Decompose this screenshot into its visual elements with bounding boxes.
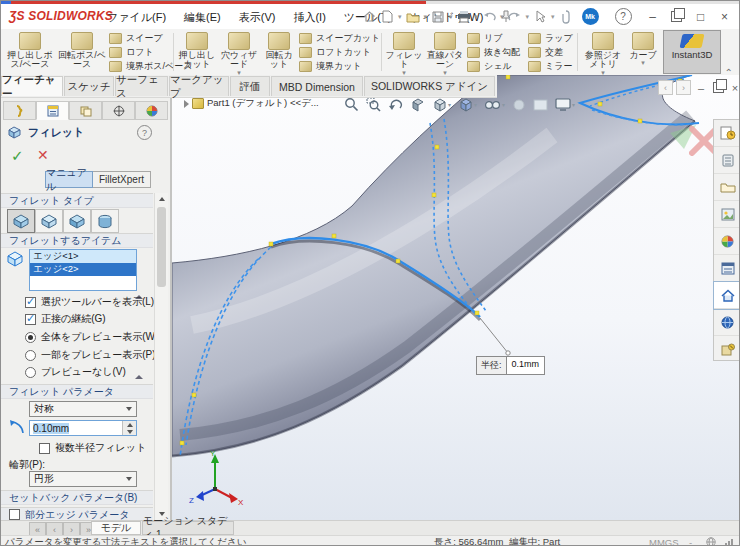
tree-expand-arrow-icon[interactable] <box>184 100 189 108</box>
radio-icon[interactable] <box>25 350 36 361</box>
manual-mode-button[interactable]: マニュアル <box>45 171 93 188</box>
save-caret[interactable]: ▾ <box>449 13 453 21</box>
graphics-area[interactable]: Y X Z Part1 (デフォルト) <<デ... ▾ ▾ ▾ ▾ ‹ › <box>171 75 740 520</box>
doc-restore-button[interactable] <box>711 81 725 94</box>
view-orientation-icon[interactable]: ▾ <box>432 98 451 112</box>
maximize-button[interactable]: □ <box>690 8 712 25</box>
no-preview-radio[interactable]: プレビューなし(V) <box>25 365 126 379</box>
boundary-cut-button[interactable]: 境界カット <box>299 60 380 73</box>
draft-button[interactable]: 抜き勾配 <box>467 46 520 59</box>
save-icon[interactable] <box>430 9 446 25</box>
edge-selection-list[interactable]: エッジ<1> エッジ<2> <box>29 249 137 291</box>
help-icon[interactable]: ? <box>615 8 632 25</box>
curve-button[interactable]: カーブ ▾ <box>627 31 659 73</box>
attach-icon[interactable] <box>558 9 574 25</box>
design-library-icon[interactable] <box>714 147 740 174</box>
view-palette-icon[interactable] <box>714 201 740 228</box>
tab-surfaces[interactable]: サーフェス <box>115 76 168 96</box>
tab-features[interactable]: フィーチャー <box>1 76 63 96</box>
property-manager-tab[interactable] <box>36 101 69 120</box>
model-tab[interactable]: モデル <box>91 521 141 535</box>
fillet-type-section-header[interactable]: フィレット タイプ <box>1 193 153 208</box>
restore-button[interactable] <box>666 8 688 25</box>
mirror-button[interactable]: ミラー <box>528 60 573 73</box>
checkbox-checked-icon[interactable] <box>25 314 36 325</box>
setback-parameters-section-header[interactable]: セットバック パラメータ(B) <box>1 490 153 505</box>
sweep-cut-button[interactable]: スイープカット <box>299 32 380 45</box>
fillet-parameters-section-header[interactable]: フィレット パラメータ <box>1 384 153 399</box>
view-settings-icon[interactable]: ▾ <box>555 98 575 111</box>
partial-preview-radio[interactable]: 一部をプレビュー表示(P) <box>25 348 156 362</box>
redo-icon[interactable] <box>507 9 523 25</box>
pm-ok-button[interactable]: ✓ <box>11 147 24 165</box>
pm-scrollbar[interactable] <box>154 193 168 520</box>
profile-dropdown[interactable]: 円形 <box>29 471 137 487</box>
display-style-icon[interactable]: ▾ <box>458 98 477 112</box>
edit-appearance-icon[interactable] <box>512 98 526 112</box>
hole-wizard-button[interactable]: 穴ウィザード ▾ <box>219 31 259 73</box>
menu-file[interactable]: ファイル(F) <box>107 10 166 25</box>
tab-solidworks-addins[interactable]: SOLIDWORKS アドイン <box>364 76 495 96</box>
new-file-icon[interactable] <box>379 9 395 25</box>
menu-edit[interactable]: 編集(E) <box>184 10 221 25</box>
edge-list-item-empty[interactable] <box>30 276 136 289</box>
section-view-icon[interactable] <box>410 98 425 112</box>
appearances-icon[interactable] <box>714 228 740 255</box>
redo-caret[interactable]: ▾ <box>526 13 530 21</box>
fillet-button[interactable]: フィレット ▾ <box>385 31 423 73</box>
full-preview-radio[interactable]: 全体をプレビュー表示(W) <box>25 330 158 344</box>
pm-cancel-button[interactable]: ✕ <box>37 147 49 163</box>
undo-icon[interactable] <box>481 9 497 25</box>
open-file-icon[interactable] <box>405 9 421 25</box>
motion-study-tab[interactable]: モーション スタディ 1 <box>142 521 234 535</box>
zoom-area-icon[interactable] <box>366 97 381 112</box>
feature-tree-tab[interactable] <box>3 101 36 120</box>
intersect-button[interactable]: 交差 <box>528 46 573 59</box>
file-explorer-icon[interactable] <box>714 174 740 201</box>
reference-geometry-button[interactable]: 参照ジオメトリ ▾ <box>581 31 625 73</box>
radio-selected-icon[interactable] <box>25 332 36 343</box>
custom-properties-icon[interactable] <box>714 255 740 282</box>
tab-mbd-dimension[interactable]: MBD Dimension <box>271 76 363 96</box>
show-selection-toolbar-checkbox[interactable]: 選択ツールバーを表示(L) <box>25 295 154 309</box>
radius-input[interactable]: 0.10mm <box>29 420 137 436</box>
previous-view-icon[interactable] <box>388 98 403 111</box>
menu-view[interactable]: 表示(V) <box>239 10 276 25</box>
tab-sketch[interactable]: スケッチ <box>64 76 114 96</box>
print-icon[interactable] <box>456 9 472 25</box>
status-globe-icon[interactable] <box>706 537 716 546</box>
wrap-button[interactable]: ラップ <box>528 32 573 45</box>
constant-size-fillet-type[interactable] <box>7 209 35 233</box>
radius-value[interactable]: 0.10mm <box>33 423 69 434</box>
tab-evaluate[interactable]: 評価 <box>230 76 270 96</box>
revolve-cut-button[interactable]: 回転カット <box>261 31 297 73</box>
open-file-caret[interactable]: ▾ <box>424 13 428 21</box>
edge-list-item-1[interactable]: エッジ<1> <box>30 250 136 263</box>
display-manager-tab[interactable] <box>135 101 168 120</box>
tab-markup[interactable]: マークアップ <box>169 76 229 96</box>
variable-size-fillet-type[interactable] <box>35 209 63 233</box>
print-caret[interactable]: ▾ <box>475 13 479 21</box>
minimize-button[interactable]: – <box>642 8 664 25</box>
revolve-boss-button[interactable]: 回転ボス/ベース <box>57 31 107 73</box>
extrude-boss-button[interactable]: 押し出しボス/ベース <box>5 31 55 73</box>
zoom-fit-icon[interactable] <box>344 97 359 112</box>
scroll-thumb[interactable] <box>157 207 166 287</box>
status-units[interactable]: MMGS <box>649 537 679 546</box>
extrude-cut-button[interactable]: 押し出しカット <box>177 31 217 73</box>
tangent-propagation-checkbox[interactable]: 正接の継続(G) <box>25 312 106 326</box>
doc-close-button[interactable]: × <box>728 81 740 94</box>
spinner[interactable] <box>122 421 136 435</box>
undo-caret[interactable]: ▾ <box>500 13 504 21</box>
instant3d-button[interactable]: Instant3D <box>663 30 721 74</box>
edge-list-item-2[interactable]: エッジ<2> <box>30 263 136 276</box>
full-round-fillet-type[interactable] <box>91 209 119 233</box>
swept-tube-body[interactable] <box>172 75 695 456</box>
hide-show-items-icon[interactable]: ▾ <box>484 99 505 111</box>
rib-button[interactable]: リブ <box>467 32 520 45</box>
close-button[interactable]: × <box>714 8 736 25</box>
menu-insert[interactable]: 挿入(I) <box>293 10 325 25</box>
filletxpert-mode-button[interactable]: FilletXpert <box>93 171 151 188</box>
home-icon[interactable] <box>361 9 377 25</box>
dropdown-caret-icon[interactable] <box>122 402 136 416</box>
